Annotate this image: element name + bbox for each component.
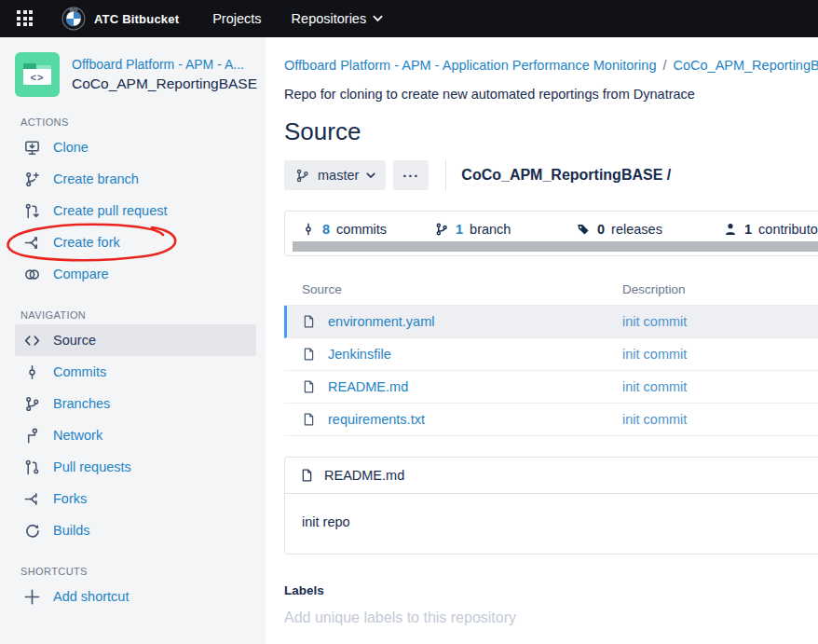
file-icon xyxy=(300,468,314,483)
stat-branches[interactable]: 1 branch xyxy=(434,222,511,237)
nav-repositories-label: Repositories xyxy=(292,11,367,26)
create-pull-request-icon xyxy=(22,201,41,220)
chevron-down-icon xyxy=(366,172,375,179)
column-header-source: Source xyxy=(302,282,622,296)
compare-icon xyxy=(22,265,41,283)
repo-description: Repo for cloning to create new automated… xyxy=(284,87,818,102)
file-icon xyxy=(302,412,316,427)
file-link[interactable]: requirements.txt xyxy=(328,412,425,427)
source-toolbar: master ··· CoCo_APM_ReportingBASE / xyxy=(284,160,818,190)
repo-avatar[interactable]: <> xyxy=(15,52,60,97)
file-link[interactable]: Jenkinsfile xyxy=(328,347,391,362)
repo-path: CoCo_APM_ReportingBASE / xyxy=(461,167,671,184)
labels-input-placeholder[interactable]: Add unique labels to this repository xyxy=(284,610,818,626)
sidebar-item-create-branch[interactable]: Create branch xyxy=(15,163,256,195)
branch-icon xyxy=(294,168,310,184)
sidebar-item-label: Compare xyxy=(53,267,109,281)
network-icon xyxy=(22,426,41,445)
commit-icon xyxy=(301,222,316,237)
stat-label: commits xyxy=(336,222,387,237)
sidebar-item-commits[interactable]: Commits xyxy=(15,356,256,388)
sidebar-item-label: Create fork xyxy=(53,235,120,250)
repo-header-text: Offboard Platform - APM - A... CoCo_APM_… xyxy=(72,52,257,95)
readme-header[interactable]: README.md xyxy=(285,458,818,494)
table-row[interactable]: environment.yaml init commit xyxy=(284,306,818,338)
commits-icon xyxy=(22,363,41,381)
sidebar-item-network[interactable]: Network xyxy=(15,419,256,451)
nav-repositories[interactable]: Repositories xyxy=(292,11,384,26)
sidebar-item-label: Builds xyxy=(53,523,90,538)
more-actions-button[interactable]: ··· xyxy=(393,160,429,190)
chevron-down-icon xyxy=(373,15,383,22)
app-grid-icon[interactable] xyxy=(17,10,34,27)
clone-icon xyxy=(22,138,41,157)
file-icon xyxy=(302,347,316,362)
breadcrumb-repo-link[interactable]: CoCo_APM_ReportingBASE xyxy=(674,58,818,73)
avatar-code-icon: <> xyxy=(23,69,51,85)
top-navigation-bar: BMW ATC Bitbucket Projects Repositories xyxy=(0,0,818,37)
sidebar-item-builds[interactable]: Builds xyxy=(15,514,256,546)
sidebar-item-label: Clone xyxy=(53,140,89,155)
stat-value: 8 xyxy=(322,222,330,237)
plus-icon xyxy=(22,587,41,606)
builds-icon xyxy=(22,521,41,540)
table-row[interactable]: Jenkinsfile init commit xyxy=(284,338,818,371)
sidebar-item-clone[interactable]: Clone xyxy=(15,131,256,163)
forks-icon xyxy=(22,489,41,508)
sidebar-item-source[interactable]: Source xyxy=(15,324,256,356)
commit-message-link[interactable]: init commit xyxy=(622,314,687,329)
sidebar-item-label: Create branch xyxy=(53,171,139,186)
sidebar-item-forks[interactable]: Forks xyxy=(15,483,256,514)
column-header-description: Description xyxy=(622,282,686,296)
breadcrumb-project-link[interactable]: Offboard Platform - APM - Application Pe… xyxy=(284,58,656,73)
navigation-list: Source Commits Branches xyxy=(15,324,256,546)
nav-projects[interactable]: Projects xyxy=(212,11,261,26)
file-table-header: Source Description xyxy=(284,279,818,306)
stat-value: 1 xyxy=(744,222,752,237)
sidebar-item-create-pull-request[interactable]: Create pull request xyxy=(15,195,256,226)
file-link[interactable]: README.md xyxy=(328,379,408,394)
stat-value: 0 xyxy=(597,222,605,237)
sidebar-item-repository-settings[interactable]: Repository settings xyxy=(15,635,256,644)
sidebar-item-create-fork[interactable]: Create fork xyxy=(15,226,256,258)
sidebar-item-label: Forks xyxy=(53,491,87,506)
sidebar-item-branches[interactable]: Branches xyxy=(15,388,256,419)
stat-contributors[interactable]: 1 contributor xyxy=(723,222,818,237)
sidebar-item-label: Add shortcut xyxy=(53,589,129,604)
sidebar-item-compare[interactable]: Compare xyxy=(15,258,256,290)
sidebar-item-label: Network xyxy=(53,428,102,443)
commit-message-link[interactable]: init commit xyxy=(622,412,687,427)
branch-selector[interactable]: master xyxy=(284,160,386,190)
person-icon xyxy=(723,222,738,237)
file-icon xyxy=(302,314,316,329)
navigation-section-header: NAVIGATION xyxy=(20,309,258,321)
table-row[interactable]: README.md init commit xyxy=(284,371,818,404)
repo-header: <> Offboard Platform - APM - A... CoCo_A… xyxy=(15,52,266,97)
sidebar-item-add-shortcut[interactable]: Add shortcut xyxy=(15,581,256,612)
branches-icon xyxy=(22,394,41,413)
create-branch-icon xyxy=(22,170,41,188)
horizontal-scrollbar[interactable] xyxy=(293,241,818,252)
sidebar-item-label: Create pull request xyxy=(53,203,168,218)
sidebar-item-label: Source xyxy=(53,333,96,348)
file-link[interactable]: environment.yaml xyxy=(328,314,434,329)
bitbucket-home-link[interactable]: BMW ATC Bitbucket xyxy=(61,7,179,31)
actions-section-header: ACTIONS xyxy=(20,116,258,128)
sidebar-item-label: Branches xyxy=(53,396,110,411)
branch-icon xyxy=(434,222,449,237)
project-link[interactable]: Offboard Platform - APM - A... xyxy=(72,55,257,74)
commit-message-link[interactable]: init commit xyxy=(622,347,687,362)
table-row[interactable]: requirements.txt init commit xyxy=(284,404,818,436)
stat-commits[interactable]: 8 commits xyxy=(301,222,387,237)
pull-requests-icon xyxy=(22,458,41,476)
page-title: Source xyxy=(284,117,818,146)
toolbar-divider xyxy=(445,160,446,190)
main-content: Offboard Platform - APM - Application Pe… xyxy=(284,37,818,626)
sidebar-item-pull-requests[interactable]: Pull requests xyxy=(15,451,256,483)
sidebar-item-label: Commits xyxy=(53,364,106,379)
commit-message-link[interactable]: init commit xyxy=(622,379,687,394)
stat-label: branch xyxy=(470,222,511,237)
stat-releases[interactable]: 0 releases xyxy=(576,222,662,237)
create-fork-icon xyxy=(22,233,41,252)
repository-sidebar: <> Offboard Platform - APM - A... CoCo_A… xyxy=(0,37,266,644)
